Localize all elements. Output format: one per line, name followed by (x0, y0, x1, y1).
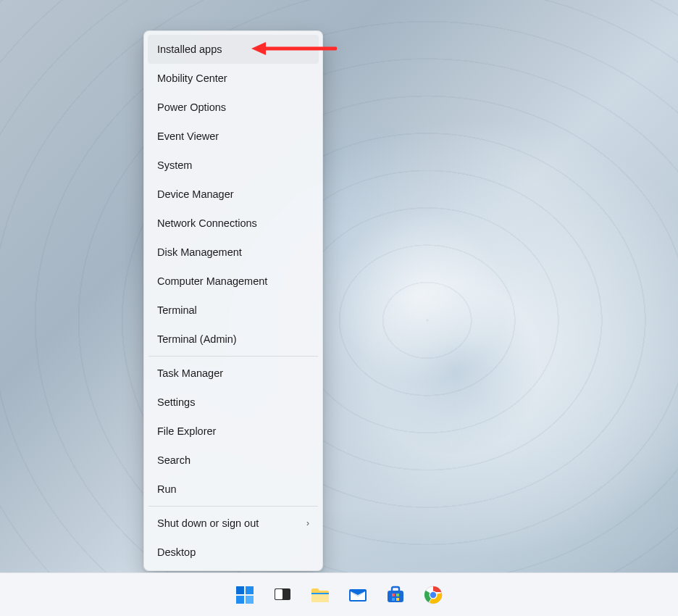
menu-item-power-options[interactable]: Power Options (148, 93, 319, 122)
menu-item-label: Disk Management (157, 246, 242, 258)
menu-item-network-connections[interactable]: Network Connections (148, 209, 319, 238)
menu-item-label: Desktop (157, 546, 196, 558)
chrome-button[interactable] (418, 580, 448, 610)
arrow-annotation (250, 40, 337, 57)
svg-point-17 (430, 591, 436, 597)
windows-logo-icon (235, 586, 254, 604)
menu-item-mobility-center[interactable]: Mobility Center (148, 64, 319, 93)
store-icon (385, 585, 406, 605)
svg-rect-12 (396, 594, 399, 596)
menu-item-terminal-admin[interactable]: Terminal (Admin) (148, 325, 319, 354)
menu-separator (148, 356, 318, 357)
chevron-right-icon: › (306, 518, 309, 528)
menu-item-label: File Explorer (157, 425, 216, 437)
svg-rect-13 (392, 598, 395, 601)
svg-rect-4 (236, 596, 244, 604)
menu-item-label: Run (157, 483, 177, 495)
menu-item-label: Event Viewer (157, 130, 219, 142)
menu-item-label: System (157, 159, 192, 171)
mail-button[interactable] (343, 580, 373, 610)
menu-item-label: Task Manager (157, 367, 223, 379)
taskbar (0, 573, 678, 616)
svg-rect-3 (246, 586, 254, 594)
file-explorer-button[interactable] (305, 580, 335, 610)
menu-item-terminal[interactable]: Terminal (148, 296, 319, 325)
folder-icon (310, 586, 330, 604)
winx-context-menu: Installed apps Mobility Center Power Opt… (143, 30, 323, 571)
menu-item-task-manager[interactable]: Task Manager (148, 359, 319, 388)
menu-item-system[interactable]: System (148, 151, 319, 180)
svg-rect-14 (396, 598, 399, 601)
menu-item-label: Device Manager (157, 188, 234, 200)
menu-item-run[interactable]: Run (148, 475, 319, 504)
menu-item-settings[interactable]: Settings (148, 388, 319, 417)
svg-rect-5 (246, 596, 254, 604)
svg-marker-1 (251, 42, 266, 55)
microsoft-store-button[interactable] (380, 580, 411, 610)
menu-item-file-explorer[interactable]: File Explorer (148, 417, 319, 446)
menu-item-disk-management[interactable]: Disk Management (148, 238, 319, 267)
svg-rect-2 (236, 586, 244, 594)
menu-item-label: Terminal (Admin) (157, 333, 237, 345)
menu-item-label: Settings (157, 396, 195, 408)
task-view-button[interactable] (267, 580, 298, 610)
menu-item-label: Installed apps (157, 43, 222, 55)
menu-item-search[interactable]: Search (148, 446, 319, 475)
menu-item-label: Mobility Center (157, 72, 227, 84)
menu-item-label: Power Options (157, 101, 226, 113)
svg-rect-10 (388, 591, 403, 602)
mail-icon (348, 586, 368, 604)
menu-item-device-manager[interactable]: Device Manager (148, 180, 319, 209)
menu-item-label: Network Connections (157, 217, 257, 229)
menu-item-desktop[interactable]: Desktop (148, 538, 319, 567)
menu-item-computer-management[interactable]: Computer Management (148, 267, 319, 296)
svg-rect-11 (392, 594, 395, 596)
task-view-icon (273, 586, 292, 604)
menu-item-label: Terminal (157, 304, 197, 316)
menu-item-event-viewer[interactable]: Event Viewer (148, 122, 319, 151)
svg-rect-7 (275, 589, 282, 599)
menu-item-shut-down[interactable]: Shut down or sign out › (148, 509, 319, 538)
chrome-icon (423, 585, 443, 605)
menu-item-label: Computer Management (157, 275, 267, 287)
start-button[interactable] (230, 580, 260, 610)
menu-item-label: Search (157, 454, 191, 466)
desktop-wallpaper (0, 0, 678, 616)
svg-rect-8 (311, 593, 329, 594)
menu-separator (148, 506, 318, 507)
menu-item-label: Shut down or sign out (157, 517, 259, 529)
